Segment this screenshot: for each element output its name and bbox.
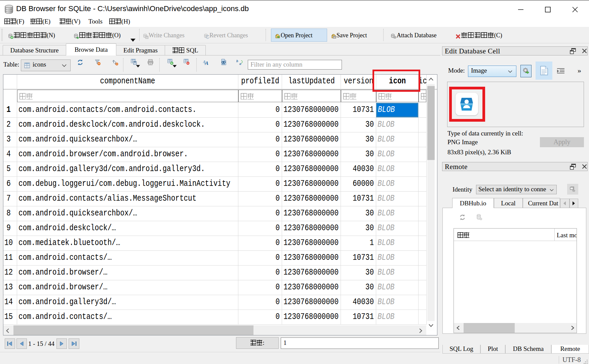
svg-text:a: a	[239, 62, 241, 65]
svg-text:A: A	[204, 60, 209, 65]
svg-text:b: b	[236, 59, 238, 63]
